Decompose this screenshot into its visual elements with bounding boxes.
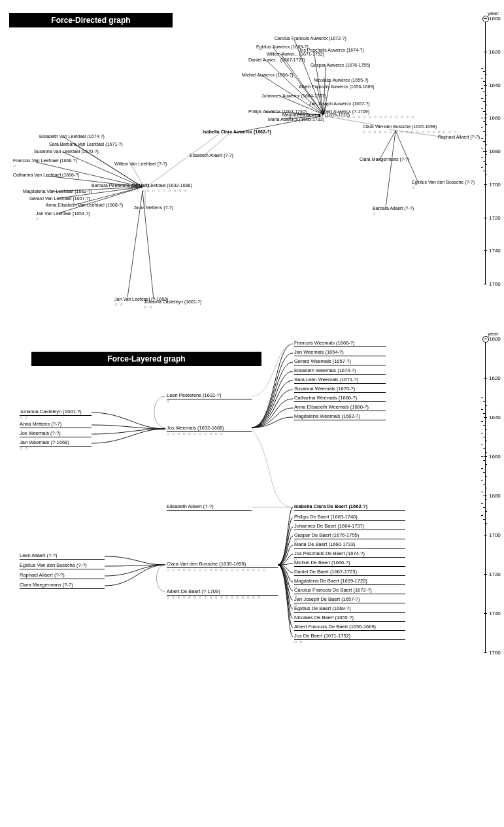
fl-node[interactable]: Philips De Baert (1663-1740)	[294, 514, 405, 520]
fl-node[interactable]: Francois Weemals (1668-?)	[294, 340, 386, 346]
timeline-event-marker	[483, 413, 485, 414]
fd-node[interactable]: Susanna Van Leefdael (1670-?)	[34, 149, 99, 154]
timeline-event-marker	[481, 445, 483, 445]
fd-node[interactable]: Daniel Auwer... (1667-1723)	[248, 58, 305, 63]
timeline-event-marker	[485, 75, 487, 75]
fl-node[interactable]: Clara Maegermans (?-?)	[20, 582, 105, 588]
fl-node[interactable]: Anna Mettens (?-?)	[20, 421, 92, 427]
fl-node[interactable]: Elisabeth Weemals (1674-?)	[294, 367, 386, 373]
node-label: Jan Weemals (?-1668)	[20, 439, 69, 445]
fd-node[interactable]: Michiel Auwercx (1666-?)	[242, 73, 294, 78]
fd-node[interactable]: Clara Maegermans (?-?)	[360, 157, 409, 162]
fd-node[interactable]: Johanna Casteleyn (1601-?)○ ○	[144, 299, 201, 309]
fd-node[interactable]: Elisabeth Van Leefdael (1674-?)	[39, 134, 105, 139]
fl-node[interactable]: Johannes De Baert (1664-1737)	[294, 523, 405, 529]
fd-node[interactable]: Clara Van den Bossche (1635-1698)○ ○ ○ ○…	[363, 124, 457, 134]
node-label: Raphael Allaert (?-?)	[438, 135, 480, 140]
fl-node[interactable]: Catharina Weemals (1666-?)	[294, 395, 386, 401]
fd-node[interactable]: Johannes Auwercx (1664-1737)	[261, 93, 326, 99]
timeline-handle-icon[interactable]	[482, 16, 489, 22]
fl-node[interactable]: Elisabeth Allaert (?-?)	[167, 503, 252, 509]
timeline-tick	[484, 613, 487, 614]
fd-node[interactable]: Jos Paschalis Auwercx (1674-?)	[299, 48, 364, 53]
fd-node[interactable]: Albert Francois Auwercx (1656-1669)	[299, 84, 375, 90]
fl-node[interactable]: Raphael Allaert (?-?)	[20, 572, 105, 578]
fl-node[interactable]: Isabella Clara De Baert (1662-?)	[294, 503, 405, 509]
fl-node[interactable]: Albert Francois De Baert (1656-1669)	[294, 624, 405, 630]
node-label: Egidius De Baert (1669-?)	[294, 605, 351, 611]
fl-node[interactable]: Egidius Van den Bossche (?-?)	[20, 562, 105, 568]
node-underline	[20, 588, 105, 589]
fl-node[interactable]: Maria De Baert (1660-1733)	[294, 541, 405, 547]
fl-node[interactable]: Albert De Baert (?-1709)○ ○ ○ ○ ○ ○ ○ ○ …	[167, 588, 278, 594]
fd-node[interactable]: Carolus Francois Auwercx (1672-?)	[275, 36, 346, 41]
fd-node[interactable]: Jan Joseph Auwercx (1657-?)	[309, 101, 370, 107]
fl-node[interactable]: Jan Weemals (?-1668)○ ○	[20, 439, 92, 445]
node-underline	[294, 594, 405, 594]
timeline-tick-label: 1640	[489, 414, 501, 420]
fd-node[interactable]: Sara Barbara Van Leefdael (1671-?)	[49, 142, 123, 147]
timeline-tick-label: 1720	[489, 571, 501, 577]
fl-node[interactable]: Magdalena Weemals (1662-?)	[294, 413, 386, 419]
fl-node[interactable]: Magdalena De Baert (1659-1720)○	[294, 578, 405, 584]
fl-node[interactable]: Gaspar De Baert (1676-1755)○	[294, 532, 405, 538]
fl-node[interactable]: Daniel De Baert (1667-1723)	[294, 569, 405, 575]
node-label: Susanna Weemals (1670-?)	[294, 386, 355, 392]
node-label: Magdalena Van Leefdael (1662-?)	[23, 189, 92, 194]
fd-node[interactable]: Catharina Van Leefdael (1666-?)	[13, 173, 79, 178]
fd-node[interactable]: Raphael Allaert (?-?)	[438, 135, 480, 140]
fl-node[interactable]: Leen Peeterens (1631-?)○	[167, 392, 252, 398]
timeline-top[interactable]: year: 1600162016401660168017001720174017…	[482, 18, 502, 284]
fl-node[interactable]: Sara Leen Weemals (1671-?)	[294, 377, 386, 382]
timeline-tick	[484, 218, 487, 218]
timeline-tick-label: 1760	[489, 650, 501, 656]
fd-node[interactable]: Jos Van Leefdael (1632-1688)○ ○ ○ ○ ○ ○ …	[131, 183, 192, 193]
fl-node[interactable]: Clara Van den Bossche (1635-1698)○ ○ ○ ○…	[167, 561, 278, 567]
fd-node[interactable]: Anna Elisabeth Van Leefdael (1660-?)	[46, 203, 123, 208]
fd-node[interactable]: Anna Mettens (?-?)	[134, 205, 173, 211]
timeline-event-marker	[485, 405, 487, 406]
node-underline	[294, 548, 405, 549]
fd-node[interactable]: Maria Auwercx (1660-1733)	[268, 117, 324, 122]
timeline-event-marker	[485, 476, 487, 477]
node-underline	[294, 639, 405, 640]
fl-node[interactable]: Leen Allaert (?-?)	[20, 552, 105, 558]
node-label: Maria Auwercx (1660-1733)	[268, 117, 324, 122]
fl-node[interactable]: Jos Weemals (?-?)	[20, 430, 92, 436]
node-label: Leen Allaert (?-?)	[20, 552, 58, 558]
fd-node[interactable]: Egidius Van den Bossche (?-?)○	[412, 180, 475, 190]
fl-node[interactable]: Nicolaes De Baert (1655-?)	[294, 615, 405, 620]
fl-node[interactable]: Michiel De Baert (1666-?)	[294, 560, 405, 565]
fl-node[interactable]: Jan Weemals (1654-?)	[294, 349, 386, 355]
fd-node[interactable]: Willem Van Leefdael (?-?)	[114, 161, 167, 167]
fd-node[interactable]: Jan Van Leefdael (1654-?)○	[36, 211, 90, 221]
timeline-handle-icon[interactable]	[482, 336, 489, 343]
timeline-event-marker	[483, 425, 485, 426]
fd-node[interactable]: Gerard Van Leefdael (1657-?)	[29, 196, 90, 201]
fd-node[interactable]: Francois Van Leefdael (1668-?)○	[13, 158, 77, 168]
fl-node[interactable]: Jos De Baert (1671-1752)○ ○	[294, 633, 405, 639]
timeline-tick-label: 1680	[489, 493, 501, 499]
fd-node[interactable]: Isabella Clara Auwercx (1662-?)	[203, 129, 271, 135]
fl-node[interactable]: Jos Weemals (1632-1688)○ ○ ○ ○ ○ ○ ○ ○ ○…	[167, 425, 252, 431]
fl-node[interactable]: Susanna Weemals (1670-?)	[294, 386, 386, 392]
fl-node[interactable]: Egidius De Baert (1669-?)	[294, 605, 405, 611]
node-children-dots: ○	[13, 163, 77, 169]
fd-node[interactable]: Gaspar Auwercx (1676-1755)	[311, 63, 370, 68]
fl-node[interactable]: Anna Elisabeth Weemals (1660-?)	[294, 404, 386, 410]
timeline-bottom[interactable]: year: 1600162016401660168017001720174017…	[482, 339, 502, 652]
timeline-event-marker	[481, 148, 483, 148]
fd-node[interactable]: Magdalena Van Leefdael (1662-?)	[23, 189, 92, 194]
fl-node[interactable]: Carolus Francois De Baert (1672-?)○	[294, 587, 405, 593]
node-children-dots: ○ ○ ○ ○ ○ ○ ○ ○ ○ ○ ○ ○ ○ ○ ○ ○ ○ ○	[363, 129, 457, 135]
fl-node[interactable]: Jan Joseph De Baert (1657-?)○	[294, 596, 405, 602]
svg-line-19	[386, 131, 395, 208]
node-label: Philips De Baert (1663-1740)	[294, 514, 358, 520]
fd-node[interactable]: Albert Auwercx (?-1709)○ ○ ○ ○ ○ ○ ○ ○ ○…	[320, 109, 414, 119]
fd-node[interactable]: Elisabeth Allaert (?-?)	[190, 153, 233, 158]
fd-node[interactable]: Barbara Allaert (?-?)○	[373, 206, 414, 216]
fd-node[interactable]: Nicolaes Auwercx (1655-?)	[314, 78, 369, 83]
fl-node[interactable]: Johanna Casteleyn (1601-?)○ ○	[20, 409, 92, 414]
fl-node[interactable]: Jos Paschalis De Baert (1674-?)○	[294, 550, 405, 556]
fl-node[interactable]: Gerard Weemals (1657-?)	[294, 358, 386, 364]
